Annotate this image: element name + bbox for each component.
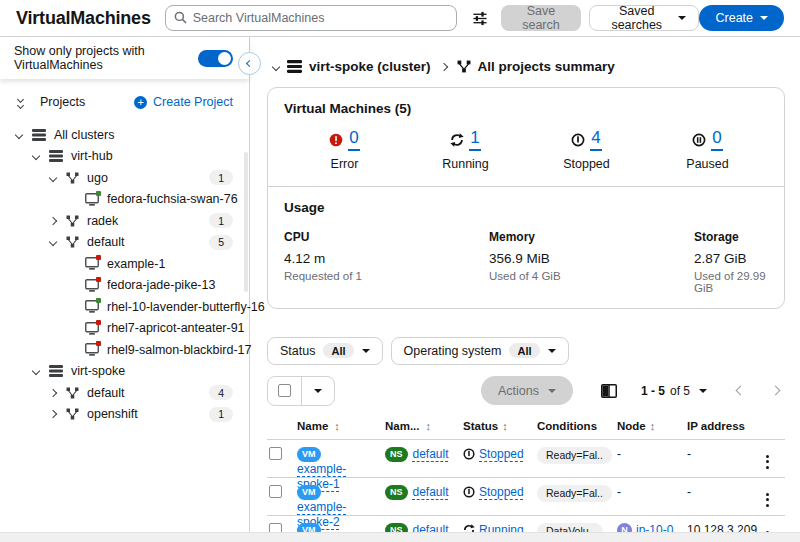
sidebar-scrollbar[interactable] bbox=[244, 152, 248, 292]
tree-item-vm[interactable]: fedora-fuchsia-swan-76 bbox=[0, 189, 249, 211]
tree-item-radek[interactable]: radek 1 bbox=[0, 210, 249, 232]
pagination-next-button[interactable] bbox=[770, 385, 781, 396]
chevron-down-icon[interactable] bbox=[49, 238, 57, 246]
toggle-label: Show only projects with VirtualMachines bbox=[14, 44, 198, 72]
tree-item-label: default bbox=[87, 235, 125, 249]
row-kebab-menu[interactable] bbox=[760, 489, 775, 511]
os-filter-value: All bbox=[509, 343, 539, 358]
tree-item-ugo[interactable]: ugo 1 bbox=[0, 167, 249, 189]
column-header-status[interactable]: Status bbox=[463, 420, 537, 432]
namespace-badge: NS bbox=[385, 447, 408, 462]
chevron-down-icon[interactable] bbox=[49, 174, 57, 182]
node-value: - bbox=[617, 485, 621, 499]
chevron-right-icon[interactable] bbox=[49, 389, 57, 397]
status-link[interactable]: Stopped bbox=[479, 447, 524, 461]
collapse-all-icon[interactable] bbox=[18, 97, 23, 108]
sidebar-collapse-button[interactable] bbox=[238, 52, 261, 75]
tree-item-vm[interactable]: example-1 bbox=[0, 253, 249, 275]
ip-value: - bbox=[687, 485, 691, 499]
advanced-search-icon[interactable] bbox=[467, 7, 493, 30]
sort-icon[interactable] bbox=[502, 420, 508, 432]
error-count-link[interactable]: 0 bbox=[348, 129, 359, 151]
pagination-prev-button[interactable] bbox=[735, 385, 746, 396]
metric-value: 356.9 MiB bbox=[489, 251, 694, 266]
vm-icon bbox=[85, 322, 99, 335]
chevron-right-icon[interactable] bbox=[49, 410, 57, 418]
cluster-icon bbox=[49, 365, 63, 377]
vm-icon bbox=[85, 343, 99, 356]
condition-pill: Ready=Fal.. bbox=[537, 485, 612, 502]
tree-item-label: virt-hub bbox=[71, 149, 113, 163]
chevron-down-icon[interactable] bbox=[32, 152, 40, 160]
chevron-left-icon bbox=[246, 60, 253, 67]
metric-sub: Used of 4 GiB bbox=[489, 270, 694, 282]
pagination-menu[interactable]: 1 - 5 of 5 bbox=[641, 384, 707, 398]
tree-item-default-spoke[interactable]: default 4 bbox=[0, 382, 249, 404]
vm-badge: VM bbox=[297, 447, 321, 462]
create-project-link[interactable]: Create Project bbox=[134, 95, 233, 109]
bulk-select-menu-toggle[interactable] bbox=[302, 377, 334, 405]
os-filter[interactable]: Operating system All bbox=[391, 337, 569, 365]
status-counts: 0 Error 1 Running 4 bbox=[284, 129, 768, 171]
row-kebab-menu[interactable] bbox=[760, 451, 775, 473]
breadcrumb-cluster[interactable]: virt-spoke (cluster) bbox=[287, 59, 431, 74]
chevron-down-icon[interactable] bbox=[15, 131, 23, 139]
bulk-select-checkbox[interactable] bbox=[268, 377, 302, 405]
tree-item-default-hub[interactable]: default 5 bbox=[0, 232, 249, 254]
vm-projects-toggle-row: Show only projects with VirtualMachines bbox=[0, 37, 249, 79]
status-link[interactable]: Stopped bbox=[479, 485, 524, 499]
chevron-right-icon[interactable] bbox=[49, 217, 57, 225]
paused-icon bbox=[692, 133, 706, 147]
tree-item-all-clusters[interactable]: All clusters bbox=[0, 124, 249, 146]
saved-searches-label: Saved searches bbox=[602, 4, 671, 32]
metric-storage: Storage 2.87 GiB Used of 29.99 GiB bbox=[694, 230, 768, 294]
running-icon bbox=[450, 133, 464, 147]
namespace-link[interactable]: default bbox=[413, 447, 449, 461]
namespace-link[interactable]: default bbox=[413, 485, 449, 499]
tree-item-vm[interactable]: rhel-10-lavender-butterfly-16 bbox=[0, 296, 249, 318]
vm-icon bbox=[85, 257, 99, 270]
chevron-down-icon[interactable] bbox=[272, 62, 280, 70]
saved-searches-button[interactable]: Saved searches bbox=[589, 5, 699, 31]
stopped-icon bbox=[571, 133, 585, 147]
tree-item-label: ugo bbox=[87, 171, 108, 185]
sort-icon[interactable] bbox=[650, 420, 656, 432]
ip-value: - bbox=[687, 447, 691, 461]
tree-item-vm[interactable]: fedora-jade-pike-13 bbox=[0, 275, 249, 297]
show-only-projects-toggle[interactable] bbox=[198, 50, 233, 67]
tree-item-vm[interactable]: rhel7-apricot-anteater-91 bbox=[0, 318, 249, 340]
bottom-scrollbar-strip[interactable] bbox=[0, 532, 800, 542]
manage-columns-icon[interactable] bbox=[601, 384, 617, 398]
save-search-button[interactable]: Save search bbox=[501, 5, 581, 31]
cluster-icon bbox=[32, 129, 46, 141]
column-header-name[interactable]: Name bbox=[297, 420, 385, 432]
metric-sub: Requested of 1 bbox=[284, 270, 489, 282]
search-input[interactable] bbox=[165, 5, 457, 31]
status-filter[interactable]: Status All bbox=[267, 337, 383, 365]
breadcrumb-page[interactable]: All projects summary bbox=[457, 59, 615, 74]
tree-item-virt-spoke[interactable]: virt-spoke bbox=[0, 361, 249, 383]
sort-icon[interactable] bbox=[334, 420, 340, 432]
stopped-count-link[interactable]: 4 bbox=[590, 129, 601, 151]
actions-button[interactable]: Actions bbox=[481, 376, 573, 405]
tree-item-openshift[interactable]: openshift 1 bbox=[0, 404, 249, 426]
column-header-node[interactable]: Node bbox=[617, 420, 687, 432]
count-label: Stopped bbox=[563, 157, 610, 171]
column-header-namespace[interactable]: Nam... bbox=[385, 420, 463, 432]
paused-count-link[interactable]: 0 bbox=[711, 129, 722, 151]
running-count-link[interactable]: 1 bbox=[469, 129, 480, 151]
tree-item-label: radek bbox=[87, 214, 118, 228]
create-label: Create bbox=[715, 11, 753, 25]
create-project-label: Create Project bbox=[153, 95, 233, 109]
row-checkbox[interactable] bbox=[269, 447, 282, 460]
chevron-down-icon bbox=[760, 16, 768, 20]
create-button[interactable]: Create bbox=[699, 5, 784, 31]
sort-icon[interactable] bbox=[426, 420, 432, 432]
tree-item-label: fedora-fuchsia-swan-76 bbox=[107, 192, 238, 206]
tree-item-vm[interactable]: rhel9-salmon-blackbird-17 bbox=[0, 339, 249, 361]
chevron-down-icon[interactable] bbox=[32, 367, 40, 375]
count-paused: 0 Paused bbox=[647, 129, 768, 171]
row-checkbox[interactable] bbox=[269, 485, 282, 498]
vm-icon bbox=[85, 279, 99, 292]
tree-item-virt-hub[interactable]: virt-hub bbox=[0, 146, 249, 168]
